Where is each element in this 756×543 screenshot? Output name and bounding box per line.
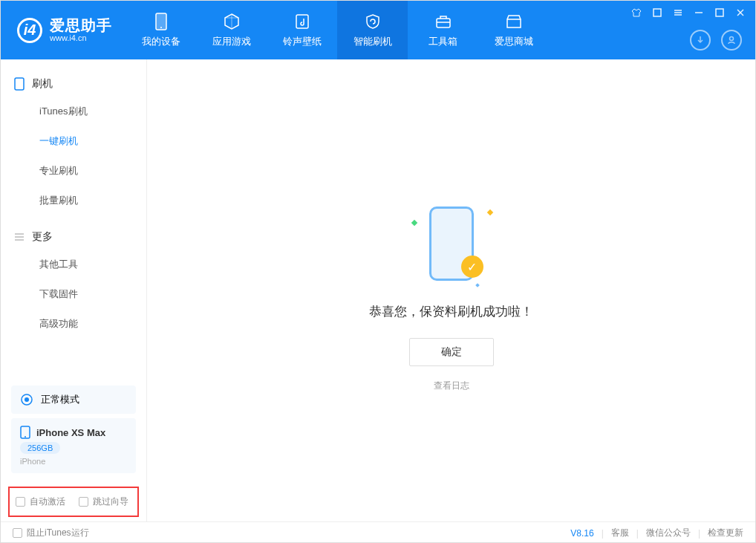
svg-point-1 [160, 27, 162, 28]
mode-card[interactable]: 正常模式 [11, 386, 136, 414]
minimize-button[interactable] [693, 7, 705, 19]
device-card[interactable]: iPhone XS Max 256GB iPhone [11, 418, 136, 473]
view-log-link[interactable]: 查看日志 [434, 380, 469, 392]
logo-icon: i4 [17, 18, 42, 43]
checkbox-skip-guide[interactable]: 跳过向导 [79, 495, 128, 508]
tab-label: 应用游戏 [212, 35, 251, 48]
tab-ringtones-wallpapers[interactable]: 铃声壁纸 [267, 1, 337, 59]
tab-store[interactable]: 爱思商城 [478, 1, 549, 59]
checkbox-icon [79, 497, 88, 507]
footer-bar: 阻止iTunes运行 V8.16 | 客服 | 微信公众号 | 检查更新 [1, 521, 755, 543]
mode-label: 正常模式 [41, 393, 79, 406]
maximize-button[interactable] [714, 7, 726, 19]
tab-smart-flash[interactable]: 智能刷机 [337, 1, 408, 59]
refresh-shield-icon [364, 13, 382, 30]
mode-icon [20, 393, 33, 406]
footer-link-support[interactable]: 客服 [611, 527, 629, 539]
phone-icon [14, 77, 25, 91]
success-message: 恭喜您，保资料刷机成功啦！ [369, 303, 533, 320]
sparkle-icon [486, 209, 492, 215]
tab-apps-games[interactable]: 应用游戏 [196, 1, 267, 59]
tab-label: 智能刷机 [353, 35, 392, 48]
logo-area: i4 爱思助手 www.i4.cn [1, 17, 126, 42]
cube-icon [223, 13, 241, 30]
sidebar-item-download-firmware[interactable]: 下载固件 [1, 279, 146, 309]
svg-rect-3 [437, 19, 450, 27]
list-icon[interactable] [672, 7, 684, 19]
header-bar: i4 爱思助手 www.i4.cn 我的设备 应用游戏 铃声壁纸 智能刷机 工具… [1, 1, 755, 59]
shirt-icon[interactable] [630, 7, 642, 19]
sidebar-item-batch-flash[interactable]: 批量刷机 [1, 186, 146, 215]
sparkle-icon [475, 283, 480, 287]
tab-label: 工具箱 [428, 35, 457, 48]
music-note-icon [293, 13, 311, 30]
tab-label: 我的设备 [142, 35, 180, 48]
group-title-label: 刷机 [32, 77, 53, 91]
header-action-circles [690, 30, 742, 51]
svg-rect-5 [654, 9, 661, 16]
phone-icon [20, 426, 30, 439]
checkbox-icon [16, 497, 25, 507]
group-title-label: 更多 [32, 230, 53, 244]
check-circle-icon: ✓ [461, 256, 483, 278]
checkbox-label: 自动激活 [30, 495, 65, 508]
tab-label: 爱思商城 [495, 35, 533, 48]
checkbox-label: 阻止iTunes运行 [27, 527, 89, 539]
store-icon [505, 13, 523, 30]
sidebar: 刷机 iTunes刷机 一键刷机 专业刷机 批量刷机 更多 其他工具 下载固件 … [1, 59, 147, 521]
sidebar-item-itunes-flash[interactable]: iTunes刷机 [1, 97, 146, 126]
svg-rect-2 [296, 15, 308, 28]
svg-rect-10 [716, 9, 723, 16]
tab-my-device[interactable]: 我的设备 [126, 1, 196, 59]
device-storage-badge: 256GB [20, 442, 60, 454]
sidebar-item-oneclick-flash[interactable]: 一键刷机 [1, 126, 146, 156]
version-label: V8.16 [570, 528, 593, 539]
window-controls [630, 7, 746, 19]
sidebar-group-flash: 刷机 [1, 71, 146, 97]
checkbox-block-itunes[interactable]: 阻止iTunes运行 [13, 527, 89, 539]
menu-icon[interactable] [651, 7, 663, 19]
device-name-label: iPhone XS Max [36, 427, 105, 438]
footer-link-wechat[interactable]: 微信公众号 [646, 527, 691, 539]
device-type-label: iPhone [20, 457, 127, 466]
hamburger-icon [14, 232, 25, 242]
sidebar-group-more: 更多 [1, 224, 146, 250]
tab-label: 铃声壁纸 [283, 35, 322, 48]
sidebar-item-advanced[interactable]: 高级功能 [1, 309, 146, 339]
footer-link-update[interactable]: 检查更新 [708, 527, 743, 539]
svg-point-13 [730, 37, 734, 41]
sidebar-item-other-tools[interactable]: 其他工具 [1, 250, 146, 279]
checkbox-label: 跳过向导 [93, 495, 128, 508]
sparkle-icon [411, 220, 417, 226]
download-button[interactable] [690, 30, 711, 51]
app-subtitle: www.i4.cn [50, 33, 112, 42]
close-button[interactable] [734, 7, 746, 19]
svg-point-19 [25, 397, 29, 402]
main-content: ✓ 恭喜您，保资料刷机成功啦！ 确定 查看日志 [147, 59, 755, 521]
checkbox-auto-activate[interactable]: 自动激活 [16, 495, 65, 508]
checkbox-icon [13, 528, 22, 538]
confirm-button[interactable]: 确定 [409, 338, 494, 366]
nav-tabs: 我的设备 应用游戏 铃声壁纸 智能刷机 工具箱 爱思商城 [126, 1, 549, 59]
checkbox-highlight-box: 自动激活 跳过向导 [8, 487, 139, 517]
tab-toolbox[interactable]: 工具箱 [408, 1, 478, 59]
user-button[interactable] [721, 30, 742, 51]
device-icon [152, 13, 170, 30]
toolbox-icon [434, 13, 452, 30]
svg-rect-14 [15, 78, 24, 90]
app-title: 爱思助手 [50, 17, 112, 33]
success-illustration: ✓ [403, 204, 500, 282]
svg-point-21 [25, 436, 26, 438]
sidebar-item-pro-flash[interactable]: 专业刷机 [1, 156, 146, 186]
